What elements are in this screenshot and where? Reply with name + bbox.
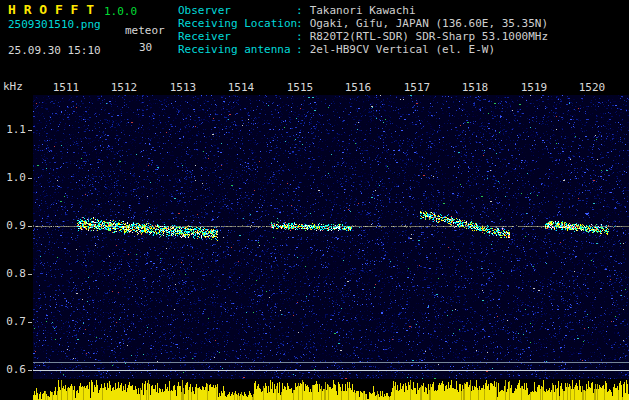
info-value: R820T2(RTL-SDR) SDR-Sharp 53.1000MHz [310, 30, 548, 43]
time-tick-label: 1520 [576, 81, 608, 94]
info-row-observer: Observer:Takanori Kawachi [178, 4, 548, 17]
colon: : [296, 17, 303, 30]
freq-tick-label: 0.6 [2, 363, 26, 376]
info-label: Receiving antenna [178, 43, 296, 56]
time-tick-label: 1513 [167, 81, 199, 94]
time-tick-label: 1517 [401, 81, 433, 94]
signal-level-canvas [33, 379, 629, 400]
info-value: 2el-HB9CV Vertical (el. E-W) [310, 43, 495, 56]
interval-label: 30 [139, 41, 152, 54]
info-row-antenna: Receiving antenna:2el-HB9CV Vertical (el… [178, 43, 548, 56]
info-row-receiver: Receiver:R820T2(RTL-SDR) SDR-Sharp 53.10… [178, 30, 548, 43]
freq-tick-mark [28, 274, 32, 275]
freq-tick-mark [28, 130, 32, 131]
time-tick-label: 1516 [342, 81, 374, 94]
colon: : [296, 30, 303, 43]
datetime-label: 25.09.30 15:10 [8, 44, 101, 57]
time-tick-label: 1514 [225, 81, 257, 94]
freq-tick-label: 1.1 [2, 123, 26, 136]
freq-tick-mark [28, 370, 32, 371]
info-label: Receiving Location [178, 17, 296, 30]
spectrogram-canvas [33, 95, 629, 379]
freq-tick-mark [28, 322, 32, 323]
mode-label: meteor [125, 24, 165, 37]
info-label: Observer [178, 4, 296, 17]
colon: : [296, 4, 303, 17]
time-tick-label: 1515 [284, 81, 316, 94]
info-value: Ogaki, Gifu, JAPAN (136.60E, 35.35N) [310, 17, 548, 30]
time-tick-label: 1512 [108, 81, 140, 94]
info-row-location: Receiving Location:Ogaki, Gifu, JAPAN (1… [178, 17, 548, 30]
app-title: H R O F F T [8, 3, 94, 16]
freq-tick-mark [28, 226, 32, 227]
freq-tick-label: 0.7 [2, 315, 26, 328]
info-label: Receiver [178, 30, 296, 43]
info-value: Takanori Kawachi [310, 4, 416, 17]
station-info: Observer:Takanori Kawachi Receiving Loca… [178, 4, 548, 56]
freq-tick-mark [28, 178, 32, 179]
hrofft-window: H R O F F T 1.0.0 2509301510.png meteor … [0, 0, 629, 400]
y-axis-unit: kHz [3, 80, 23, 93]
colon: : [296, 43, 303, 56]
time-tick-label: 1519 [518, 81, 550, 94]
app-version: 1.0.0 [104, 5, 137, 18]
output-filename: 2509301510.png [8, 18, 101, 31]
time-tick-label: 1518 [459, 81, 491, 94]
time-tick-label: 1511 [50, 81, 82, 94]
freq-tick-label: 0.9 [2, 219, 26, 232]
freq-tick-label: 0.8 [2, 267, 26, 280]
freq-tick-label: 1.0 [2, 171, 26, 184]
